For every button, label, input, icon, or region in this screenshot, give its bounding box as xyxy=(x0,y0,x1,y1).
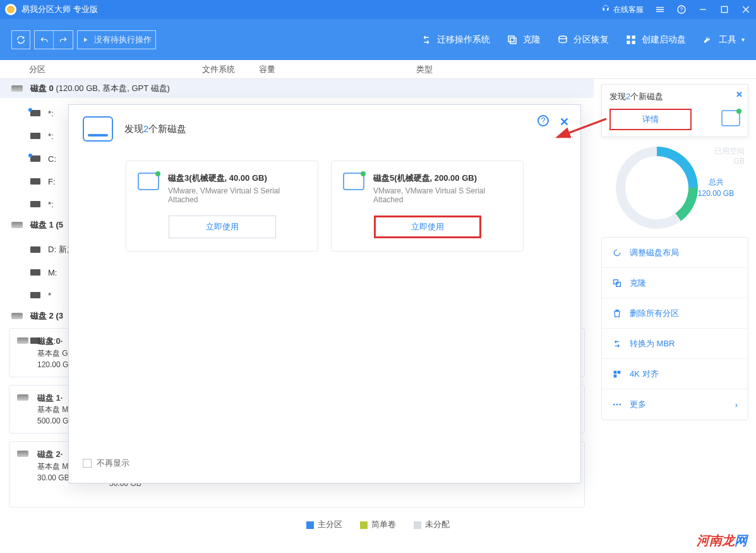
op-more[interactable]: 更多› xyxy=(602,389,748,420)
op-adjust-layout[interactable]: 调整磁盘布局 xyxy=(602,238,748,268)
svg-point-17 xyxy=(616,404,618,406)
hdd-icon xyxy=(17,394,28,401)
hdd-icon xyxy=(11,222,23,228)
details-button[interactable]: 详情 xyxy=(609,109,692,130)
new-disks-modal: ? ✕ 发现2个新磁盘 磁盘3(机械硬盘, 40.00 GB) VMware, … xyxy=(68,104,581,483)
svg-rect-2 xyxy=(700,9,705,9)
col-partition: 分区 xyxy=(0,64,202,75)
help-icon[interactable]: ? xyxy=(676,4,687,15)
partition-table-header: 分区 文件系统 容量 类型 xyxy=(0,60,756,79)
disk3-subtitle: VMware, VMware Virtual S Serial Attached xyxy=(168,186,306,204)
op-4k-align[interactable]: 4K 对齐 xyxy=(602,359,748,389)
create-boot-disk-button[interactable]: 创建启动盘 xyxy=(625,34,686,46)
title-bar: 易我分区大师 专业版 在线客服 ? xyxy=(0,0,756,19)
svg-point-6 xyxy=(559,36,567,39)
chevron-right-icon: › xyxy=(735,400,738,410)
main-toolbar: 没有待执行操作 迁移操作系统 克隆 分区恢复 创建启动盘 工具▾ xyxy=(0,19,756,60)
svg-rect-5 xyxy=(510,38,516,44)
minimize-icon[interactable] xyxy=(698,4,708,15)
disk5-title: 磁盘5(机械硬盘, 200.00 GB) xyxy=(373,173,512,184)
online-service-button[interactable]: 在线客服 xyxy=(601,4,644,15)
disk3-title: 磁盘3(机械硬盘, 40.00 GB) xyxy=(168,173,306,184)
hdd-icon xyxy=(11,313,23,319)
use-now-button-disk5[interactable]: 立即使用 xyxy=(374,216,481,238)
svg-rect-15 xyxy=(614,374,617,377)
right-panel: ✕ 发现2个新磁盘 详情 已用空间GB 总共120.00 GB 调整磁盘布局 克… xyxy=(594,79,756,515)
pending-ops-button[interactable]: 没有待执行操作 xyxy=(77,30,156,49)
refresh-button[interactable] xyxy=(11,30,30,49)
op-clone[interactable]: 克隆 xyxy=(602,268,748,298)
svg-text:?: ? xyxy=(680,6,683,13)
svg-rect-14 xyxy=(618,370,621,374)
redo-button[interactable] xyxy=(54,31,73,50)
use-now-button-disk3[interactable]: 立即使用 xyxy=(169,216,276,238)
drive-icon xyxy=(30,178,40,185)
drive-icon xyxy=(30,155,40,162)
svg-rect-9 xyxy=(627,40,630,44)
svg-rect-8 xyxy=(632,35,635,39)
app-logo-icon xyxy=(5,4,16,15)
disk-choice-5: 磁盘5(机械硬盘, 200.00 GB) VMware, VMware Virt… xyxy=(331,161,524,252)
disk-icon xyxy=(138,173,159,190)
tools-dropdown[interactable]: 工具▾ xyxy=(702,34,745,46)
drive-icon xyxy=(30,201,40,207)
dont-show-label: 不再显示 xyxy=(97,458,129,469)
svg-rect-7 xyxy=(627,35,630,39)
dont-show-checkbox[interactable] xyxy=(83,459,92,468)
disk-choice-3: 磁盘3(机械硬盘, 40.00 GB) VMware, VMware Virtu… xyxy=(126,161,318,252)
app-title: 易我分区大师 专业版 xyxy=(21,4,601,15)
svg-rect-4 xyxy=(508,36,514,42)
hdd-icon xyxy=(11,85,23,92)
disk-icon xyxy=(721,110,740,126)
disk5-subtitle: VMware, VMware Virtual S Serial Attached xyxy=(373,186,512,204)
watermark: 河南龙网 xyxy=(697,532,747,549)
drive-icon xyxy=(30,110,40,116)
migrate-os-button[interactable]: 迁移操作系统 xyxy=(421,34,490,46)
operations-list: 调整磁盘布局 克隆 删除所有分区 转换为 MBR 4K 对齐 更多› xyxy=(601,237,748,420)
close-icon[interactable] xyxy=(741,4,751,15)
disk-icon xyxy=(343,173,364,190)
partition-recovery-button[interactable]: 分区恢复 xyxy=(557,34,609,46)
col-filesystem: 文件系统 xyxy=(202,64,259,75)
maximize-icon[interactable] xyxy=(719,4,729,15)
svg-point-18 xyxy=(619,404,621,406)
legend: 主分区 简单卷 未分配 xyxy=(0,515,756,534)
undo-button[interactable] xyxy=(35,31,54,50)
drive-icon xyxy=(30,269,40,276)
modal-help-icon[interactable]: ? xyxy=(537,115,549,126)
col-capacity: 容量 xyxy=(259,64,414,75)
svg-rect-10 xyxy=(632,40,635,44)
notice-close-icon[interactable]: ✕ xyxy=(736,90,743,99)
svg-rect-3 xyxy=(721,6,727,12)
disk-large-icon xyxy=(83,116,113,142)
drive-icon xyxy=(30,133,40,139)
col-type: 类型 xyxy=(414,64,756,75)
svg-rect-13 xyxy=(614,370,617,374)
menu-icon[interactable] xyxy=(655,4,665,15)
hdd-icon xyxy=(17,337,28,344)
op-delete-all[interactable]: 删除所有分区 xyxy=(602,298,748,329)
capacity-ring: 已用空间GB 总共120.00 GB xyxy=(601,143,748,232)
op-convert-mbr[interactable]: 转换为 MBR xyxy=(602,329,748,359)
clone-button[interactable]: 克隆 xyxy=(507,34,541,46)
drive-icon xyxy=(30,246,40,253)
hdd-icon xyxy=(17,451,28,457)
modal-close-icon[interactable]: ✕ xyxy=(560,115,569,129)
new-disk-notice: ✕ 发现2个新磁盘 详情 xyxy=(601,84,748,137)
disk0-header[interactable]: 磁盘 0 (120.00 GB, 基本盘, GPT 磁盘) xyxy=(0,79,594,98)
svg-point-16 xyxy=(613,404,615,406)
drive-icon xyxy=(30,292,40,298)
